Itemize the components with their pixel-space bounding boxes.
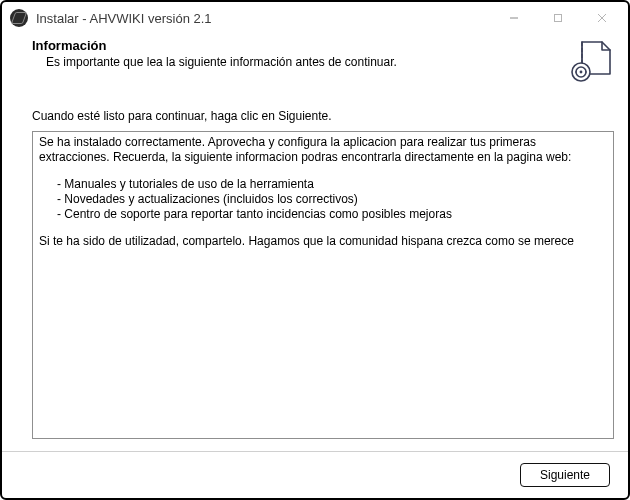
minimize-button[interactable] (492, 3, 536, 33)
svg-point-9 (580, 71, 583, 74)
svg-rect-1 (555, 15, 562, 22)
window-title: Instalar - AHVWIKI versión 2.1 (36, 11, 492, 26)
info-bullet: Novedades y actualizaciones (incluidos l… (57, 192, 607, 207)
continue-prompt: Cuando esté listo para continuar, haga c… (32, 109, 614, 123)
maximize-button[interactable] (536, 3, 580, 33)
titlebar: Instalar - AHVWIKI versión 2.1 (2, 2, 628, 34)
info-bullet: Centro de soporte para reportar tanto in… (57, 207, 607, 222)
information-textbox[interactable]: Se ha instalado correctamente. Aprovecha… (32, 131, 614, 439)
info-box-icon (568, 38, 614, 87)
footer: Siguiente (2, 452, 628, 498)
close-button[interactable] (580, 3, 624, 33)
app-icon (10, 9, 28, 27)
page-subheading: Es importante que lea la siguiente infor… (46, 55, 564, 69)
page-heading: Información (32, 38, 564, 53)
page-body: Cuando esté listo para continuar, haga c… (2, 87, 628, 439)
page-header: Información Es importante que lea la sig… (2, 34, 628, 87)
window-controls (492, 3, 624, 33)
next-button[interactable]: Siguiente (520, 463, 610, 487)
info-bullet: Manuales y tutoriales de uso de la herra… (57, 177, 607, 192)
info-bullets: Manuales y tutoriales de uso de la herra… (57, 177, 607, 222)
info-paragraph: Se ha instalado correctamente. Aprovecha… (39, 135, 607, 165)
installer-window: Instalar - AHVWIKI versión 2.1 Informaci… (0, 0, 630, 500)
info-paragraph: Si te ha sido de utilizadad, compartelo.… (39, 234, 607, 249)
